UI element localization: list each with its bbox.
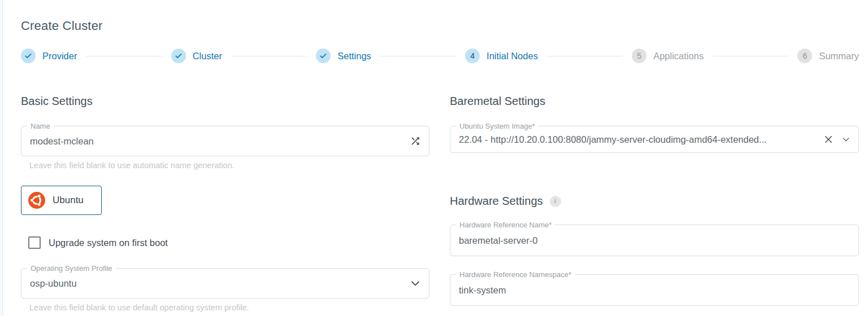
chevron-down-icon[interactable] (410, 278, 421, 289)
hardware-reference-name-input[interactable]: baremetal-server-0 (450, 235, 858, 246)
step-label: Applications (653, 51, 704, 62)
step-label: Settings (337, 51, 371, 62)
ubuntu-system-image-label: Ubuntu System Image* (456, 121, 539, 131)
hardware-reference-name-label: Hardware Reference Name* (456, 220, 555, 230)
info-icon[interactable]: i (550, 196, 561, 207)
step-complete-check-icon (21, 49, 36, 63)
name-field[interactable]: Name modest-mclean (21, 126, 429, 156)
hardware-reference-name-field[interactable]: Hardware Reference Name* baremetal-serve… (450, 225, 859, 256)
step-cluster[interactable]: Cluster (171, 49, 222, 63)
step-settings[interactable]: Settings (316, 49, 371, 63)
left-panel-edge (0, 0, 3, 316)
page-title: Create Cluster (21, 19, 859, 33)
hardware-reference-namespace-field[interactable]: Hardware Reference Namespace* tink-syste… (450, 274, 859, 306)
upgrade-checkbox-row: Upgrade system on first boot (28, 236, 429, 249)
step-number: 4 (465, 49, 480, 63)
baremetal-settings-section: Baremetal Settings Ubuntu System Image* … (450, 95, 859, 312)
step-number: 6 (797, 49, 812, 63)
create-cluster-page: Create Cluster Provider Cluster Settings… (0, 0, 868, 312)
step-number: 5 (632, 49, 646, 63)
step-connector (547, 56, 623, 56)
shuffle-icon[interactable] (410, 135, 421, 147)
clear-icon[interactable] (823, 134, 834, 144)
ubuntu-system-image-field[interactable]: Ubuntu System Image* 22.04 - http://10.2… (450, 126, 859, 153)
basic-settings-section: Basic Settings Name modest-mclean Leave … (21, 95, 429, 312)
chevron-down-icon[interactable] (841, 135, 850, 144)
ubuntu-provider-button[interactable]: Ubuntu (21, 186, 102, 215)
hardware-settings-heading: Hardware Settings i (450, 195, 859, 208)
step-label: Summary (819, 51, 859, 62)
os-profile-select[interactable]: osp-ubuntu (21, 278, 410, 289)
baremetal-settings-heading: Baremetal Settings (450, 95, 859, 108)
wizard-stepper: Provider Cluster Settings 4 Initial Node… (21, 49, 859, 63)
step-label: Provider (42, 51, 77, 62)
form-columns: Basic Settings Name modest-mclean Leave … (21, 95, 859, 312)
name-input[interactable]: modest-mclean (21, 136, 410, 147)
ubuntu-system-image-select[interactable]: 22.04 - http://10.20.0.100:8080/jammy-se… (450, 134, 823, 145)
hardware-reference-namespace-input[interactable]: tink-system (450, 285, 858, 296)
step-label: Initial Nodes (487, 51, 538, 62)
name-field-helper: Leave this field blank to use automatic … (29, 161, 429, 170)
name-field-label: Name (27, 121, 54, 131)
hardware-reference-namespace-label: Hardware Reference Namespace* (456, 270, 575, 279)
step-provider[interactable]: Provider (21, 49, 77, 63)
os-profile-label: Operating System Profile (27, 264, 116, 273)
os-profile-helper: Leave this field blank to use default op… (29, 303, 429, 312)
basic-settings-heading: Basic Settings (21, 95, 429, 108)
os-profile-field[interactable]: Operating System Profile osp-ubuntu (21, 268, 429, 299)
upgrade-checkbox-label[interactable]: Upgrade system on first boot (49, 238, 168, 248)
ubuntu-logo-icon (28, 192, 45, 209)
ubuntu-button-label: Ubuntu (53, 195, 84, 206)
hardware-settings-heading-text: Hardware Settings (450, 195, 543, 208)
step-connector (380, 56, 456, 56)
step-complete-check-icon (316, 49, 331, 63)
step-connector (86, 56, 162, 56)
step-connector (713, 56, 788, 56)
step-summary[interactable]: 6 Summary (797, 49, 859, 63)
step-applications[interactable]: 5 Applications (632, 49, 704, 63)
step-connector (231, 56, 307, 56)
step-complete-check-icon (171, 49, 186, 63)
upgrade-checkbox[interactable] (28, 236, 41, 249)
step-label: Cluster (193, 51, 222, 62)
step-initial-nodes[interactable]: 4 Initial Nodes (465, 49, 538, 63)
